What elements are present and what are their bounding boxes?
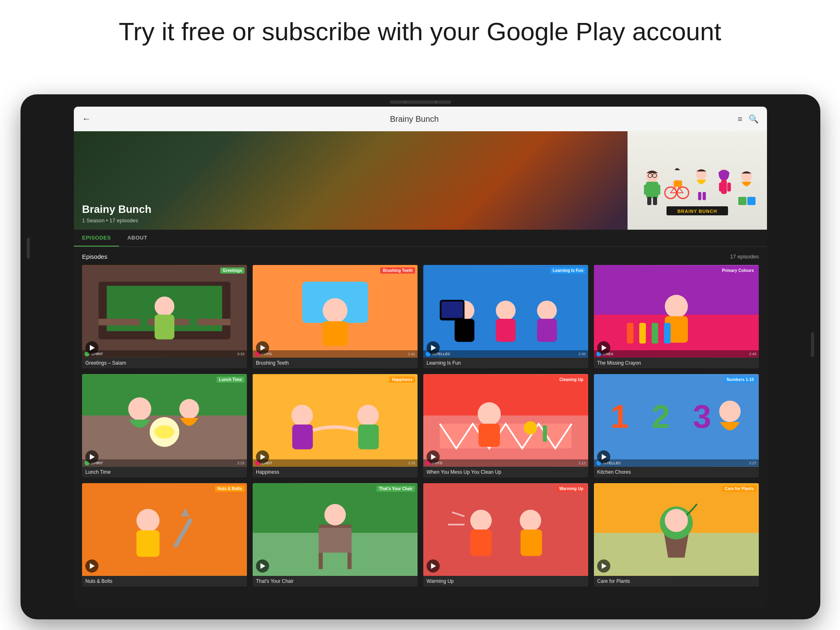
duration-time: 3:33 <box>237 352 244 356</box>
back-button[interactable]: ← <box>82 114 91 124</box>
episode-meta-bar: PHYS 1:41 <box>253 350 418 358</box>
episodes-grid: Greetings SPIRIT 3:33 Greetings – Salam <box>82 265 759 587</box>
svg-rect-83 <box>82 484 247 576</box>
svg-rect-46 <box>537 319 557 342</box>
episodes-header: Episodes 17 episodes <box>82 253 759 260</box>
episode-card[interactable]: Happiness EMOT 3:28 Happiness <box>253 374 418 477</box>
episode-card[interactable]: Primary Colours CREA 2:49 The Missing Cr… <box>594 265 759 368</box>
svg-rect-85 <box>137 530 160 557</box>
episode-card[interactable]: That's Your Chair That's Your Chair <box>253 483 418 587</box>
svg-rect-55 <box>652 323 658 343</box>
episode-title: Warming Up <box>423 576 588 587</box>
svg-rect-5 <box>653 197 657 205</box>
svg-point-31 <box>155 297 174 316</box>
episode-card[interactable]: Lunch Time SPIRIT 2:23 Lunch Time <box>82 374 247 477</box>
episode-thumbnail: Happiness EMOT 3:28 <box>253 374 418 467</box>
episode-thumbnail: Warming Up <box>423 483 588 576</box>
hero-text: Brainy Bunch 1 Season • 17 episodes <box>82 203 151 224</box>
svg-point-45 <box>537 301 557 320</box>
tabs-bar: EPISODES ABOUT <box>74 230 767 247</box>
episode-meta-bar: CREA 2:49 <box>594 350 759 358</box>
episode-thumbnail: Greetings SPIRIT 3:33 <box>82 265 247 358</box>
hero-title: Brainy Bunch <box>82 203 151 216</box>
episode-badge: Numbers 1-10 <box>724 377 756 383</box>
episode-card[interactable]: Cleaning Up PHYS 2:12 When You Mess Up Y… <box>423 374 588 477</box>
svg-text:1: 1 <box>610 398 629 435</box>
thumb-bg: Greetings SPIRIT 3:33 <box>82 265 247 358</box>
svg-point-65 <box>291 405 313 426</box>
episode-meta-bar: SPIRIT 2:23 <box>82 459 247 467</box>
play-button[interactable] <box>597 341 610 354</box>
app-screen: ← Brainy Bunch ≡ 🔍 Brainy Bunch 1 Season… <box>74 107 767 607</box>
hero-image: BRAINY BUNCH <box>628 131 767 230</box>
svg-rect-92 <box>319 553 323 569</box>
episode-meta-bar: EMOT 3:28 <box>253 459 418 467</box>
svg-point-107 <box>665 509 688 532</box>
episode-card[interactable]: Warming Up Warming Up <box>423 483 588 587</box>
play-button[interactable] <box>256 341 269 354</box>
episode-card[interactable]: Greetings SPIRIT 3:33 Greetings – Salam <box>82 265 247 368</box>
duration-time: 2:49 <box>749 352 756 356</box>
duration-time: 2:30 <box>578 352 586 356</box>
play-button[interactable] <box>85 450 98 463</box>
episode-title: That's Your Chair <box>253 576 418 587</box>
tab-episodes[interactable]: EPISODES <box>74 230 119 247</box>
episode-badge: Nuts & Bolts <box>215 486 244 492</box>
svg-rect-96 <box>423 484 588 576</box>
duration-time: 2:23 <box>237 461 244 465</box>
svg-point-60 <box>179 399 199 419</box>
svg-rect-15 <box>703 192 706 200</box>
episode-title: Care for Plants <box>594 576 759 587</box>
app-title: Brainy Bunch <box>390 114 439 124</box>
svg-rect-37 <box>323 321 347 346</box>
play-icon <box>260 454 265 460</box>
play-icon <box>431 563 436 569</box>
filter-icon[interactable]: ≡ <box>737 114 742 124</box>
episodes-count: 17 episodes <box>730 253 759 260</box>
thumb-bg: Warming Up <box>423 483 588 576</box>
episode-badge: Care for Plants <box>722 486 756 492</box>
hero-characters: BRAINY BUNCH <box>628 131 767 230</box>
episode-card[interactable]: Care for Plants Care for Plants <box>594 483 759 587</box>
episode-title: Kitchen Chores <box>594 467 759 477</box>
svg-rect-54 <box>639 323 646 343</box>
play-icon <box>431 454 436 460</box>
duration-time: 3:28 <box>408 461 415 465</box>
episode-card[interactable]: 1 2 3 Numbers 1-10 INTELLEC 2:27 Kitchen <box>594 374 759 477</box>
play-button[interactable] <box>85 341 98 354</box>
episode-title: Lunch Time <box>82 467 247 477</box>
svg-rect-56 <box>664 323 671 343</box>
play-icon <box>602 454 607 460</box>
hero-subtitle: 1 Season • 17 episodes <box>82 217 151 224</box>
thumb-bg: Brushing Teeth PHYS 1:41 <box>253 265 418 358</box>
episode-thumbnail: Learning Is Fun INTELLEC 2:30 <box>423 265 588 358</box>
episode-thumbnail: Primary Colours CREA 2:49 <box>594 265 759 358</box>
episodes-section: Episodes 17 episodes Greetings <box>74 247 767 607</box>
episode-badge: That's Your Chair <box>377 486 415 492</box>
episode-card[interactable]: Nuts & Bolts Nuts & Bolts <box>82 483 247 587</box>
play-button[interactable] <box>597 450 610 463</box>
svg-rect-22 <box>747 197 756 205</box>
tablet-camera <box>390 100 451 104</box>
top-bar: ← Brainy Bunch ≡ 🔍 <box>74 107 767 131</box>
episode-card[interactable]: Brushing Teeth PHYS 1:41 Brushing Teeth <box>253 265 418 368</box>
episode-card[interactable]: Learning Is Fun INTELLEC 2:30 Learning I… <box>423 265 588 368</box>
thumb-bg: Primary Colours CREA 2:49 <box>594 265 759 358</box>
play-icon <box>260 345 265 351</box>
episode-badge: Brushing Teeth <box>380 267 415 274</box>
play-button[interactable] <box>256 450 269 463</box>
episode-badge: Warming Up <box>557 486 586 492</box>
svg-rect-100 <box>520 530 542 556</box>
episode-badge: Happiness <box>389 377 415 383</box>
search-icon[interactable]: 🔍 <box>749 114 759 124</box>
episode-title: Happiness <box>253 467 418 477</box>
svg-rect-18 <box>719 183 723 192</box>
svg-point-99 <box>520 510 541 531</box>
svg-rect-4 <box>647 197 651 205</box>
thumb-bg: That's Your Chair <box>253 483 418 576</box>
play-button[interactable] <box>427 341 440 354</box>
play-button[interactable] <box>427 450 440 463</box>
svg-point-51 <box>665 295 688 318</box>
tablet-frame: ← Brainy Bunch ≡ 🔍 Brainy Bunch 1 Season… <box>21 94 820 619</box>
tab-about[interactable]: ABOUT <box>119 230 155 247</box>
